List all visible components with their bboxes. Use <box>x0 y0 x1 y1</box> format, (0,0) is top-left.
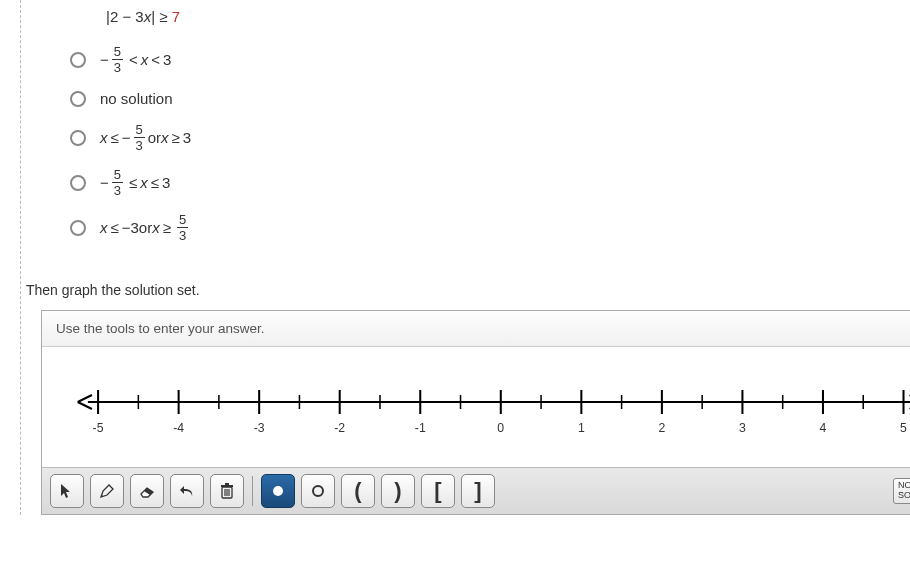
svg-text:-3: -3 <box>254 421 265 435</box>
delete-tool[interactable] <box>210 474 244 508</box>
closed-point-tool[interactable] <box>261 474 295 508</box>
graph-prompt: Then graph the solution set. <box>26 252 910 310</box>
open-point-tool[interactable] <box>301 474 335 508</box>
open-paren-tool[interactable]: ( <box>341 474 375 508</box>
pointer-tool[interactable] <box>50 474 84 508</box>
no-solution-button[interactable]: NO SOL <box>893 478 910 504</box>
option-4[interactable]: − 53 ≤ x ≤ 3 <box>56 162 910 207</box>
numberline[interactable]: -5-4-3-2-1012345 <box>42 347 910 467</box>
svg-text:-1: -1 <box>415 421 426 435</box>
radio-icon[interactable] <box>70 91 86 107</box>
close-bracket-tool[interactable]: ] <box>461 474 495 508</box>
option-label: − 53 ≤ x ≤ 3 <box>100 168 170 197</box>
option-label: x ≤ − 53 or x ≥ 3 <box>100 123 191 152</box>
radio-icon[interactable] <box>70 52 86 68</box>
graph-panel: Use the tools to enter your answer. -5-4… <box>41 310 910 515</box>
option-2[interactable]: no solution <box>56 84 910 117</box>
option-5[interactable]: x ≤ −3 or x ≥ 53 <box>56 207 910 252</box>
svg-text:3: 3 <box>739 421 746 435</box>
svg-text:2: 2 <box>658 421 665 435</box>
option-label: no solution <box>100 90 173 107</box>
problem-inequality: |2 − 3x| ≥ 7 <box>56 0 910 39</box>
eraser-tool[interactable] <box>130 474 164 508</box>
close-paren-tool[interactable]: ) <box>381 474 415 508</box>
svg-text:5: 5 <box>900 421 907 435</box>
svg-text:4: 4 <box>820 421 827 435</box>
option-label: x ≤ −3 or x ≥ 53 <box>100 213 191 242</box>
fraction: 53 <box>177 213 188 242</box>
svg-rect-38 <box>225 483 229 485</box>
svg-point-39 <box>273 486 283 496</box>
svg-point-40 <box>313 486 323 496</box>
svg-rect-37 <box>221 485 233 487</box>
fraction: 53 <box>134 123 145 152</box>
fraction: 53 <box>112 45 123 74</box>
svg-text:0: 0 <box>497 421 504 435</box>
open-bracket-tool[interactable]: [ <box>421 474 455 508</box>
radio-icon[interactable] <box>70 220 86 236</box>
option-3[interactable]: x ≤ − 53 or x ≥ 3 <box>56 117 910 162</box>
pencil-tool[interactable] <box>90 474 124 508</box>
radio-icon[interactable] <box>70 175 86 191</box>
radio-icon[interactable] <box>70 130 86 146</box>
svg-text:-5: -5 <box>93 421 104 435</box>
fraction: 53 <box>112 168 123 197</box>
graph-header: Use the tools to enter your answer. <box>42 311 910 347</box>
option-label: − 53 < x < 3 <box>100 45 171 74</box>
undo-tool[interactable] <box>170 474 204 508</box>
toolbar-divider <box>252 476 253 506</box>
option-1[interactable]: − 53 < x < 3 <box>56 39 910 84</box>
svg-text:1: 1 <box>578 421 585 435</box>
svg-text:-4: -4 <box>173 421 184 435</box>
svg-text:-2: -2 <box>334 421 345 435</box>
toolbar: ( ) [ ] NO SOL <box>42 467 910 514</box>
